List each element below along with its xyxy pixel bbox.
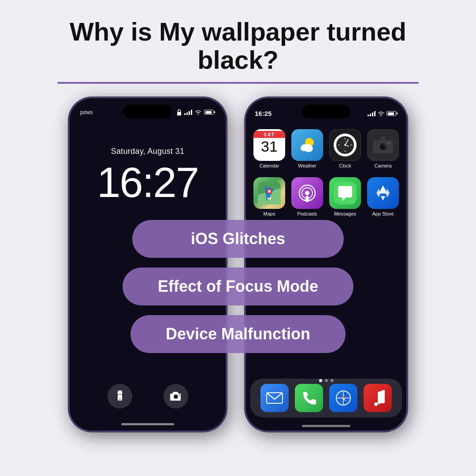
- ios-glitches-text: iOS Glitches: [191, 230, 285, 248]
- focus-mode-text: Effect of Focus Mode: [158, 277, 318, 295]
- phones-container: povo: [0, 97, 476, 476]
- focus-mode-pill: Effect of Focus Mode: [123, 268, 353, 305]
- title-underline: [57, 82, 419, 84]
- malfunction-text: Device Malfunction: [166, 325, 310, 343]
- page-title: Why is My wallpaper turned black?: [26, 18, 450, 74]
- ios-glitches-pill: iOS Glitches: [132, 220, 344, 258]
- malfunction-pill: Device Malfunction: [130, 315, 346, 353]
- overlay-labels: iOS Glitches Effect of Focus Mode Device…: [0, 97, 476, 476]
- header: Why is My wallpaper turned black?: [0, 0, 476, 97]
